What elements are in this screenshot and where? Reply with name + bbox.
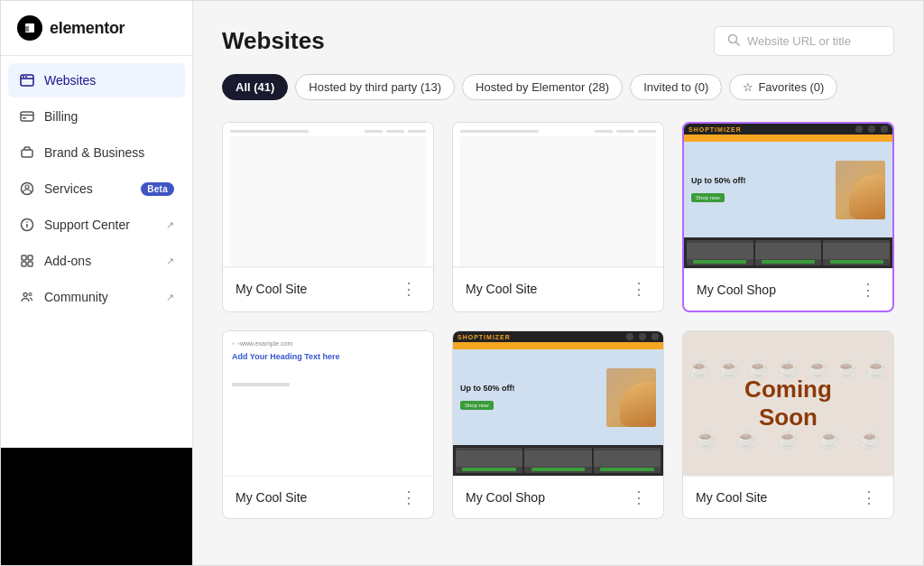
main-header: Websites Website URL or title: [222, 26, 894, 56]
star-icon: ☆: [743, 80, 753, 94]
site-preview-1: [223, 123, 433, 267]
site-preview-4: www.example.com Add Your Heading Text he…: [223, 331, 433, 476]
svg-rect-2: [25, 29, 29, 30]
svg-rect-1: [25, 27, 29, 28]
more-button-1[interactable]: ⋮: [397, 279, 420, 299]
site-name-3: My Cool Shop: [697, 283, 776, 297]
browser-icon: [19, 72, 35, 88]
filter-elementor[interactable]: Hosted by Elementor (28): [462, 74, 623, 100]
filter-tabs: All (41) Hosted by third party (13) Host…: [222, 74, 894, 100]
svg-rect-19: [22, 262, 26, 266]
more-button-6[interactable]: ⋮: [857, 487, 881, 507]
svg-rect-11: [22, 150, 32, 157]
briefcase-icon: [19, 144, 35, 161]
svg-rect-3: [25, 31, 29, 32]
logo: elementor: [1, 1, 192, 56]
sites-grid: My Cool Site ⋮: [222, 122, 894, 519]
site-preview-5: SHOPTIMIZER Up to 50% off! Shop now: [453, 331, 663, 476]
site-card-1[interactable]: My Cool Site ⋮: [222, 122, 434, 312]
sidebar-item-community-label: Community: [44, 290, 108, 304]
person-circle-icon: [19, 181, 35, 197]
credit-card-icon: [19, 108, 35, 125]
site-name-6: My Cool Site: [696, 490, 767, 505]
svg-rect-10: [23, 117, 26, 119]
sidebar-item-addons[interactable]: Add-ons ↗: [8, 244, 185, 278]
grid-icon: [19, 253, 35, 269]
site-card-footer-2: My Cool Site ⋮: [453, 267, 663, 310]
site-name-5: My Cool Shop: [466, 490, 545, 505]
svg-rect-20: [28, 262, 32, 266]
svg-point-21: [23, 293, 27, 297]
sidebar-item-services[interactable]: Services Beta: [8, 172, 185, 206]
sidebar-item-billing-label: Billing: [44, 109, 78, 124]
site-preview-6: ☕ ☕ ☕ ☕ ☕ ☕ ☕ ☕ ☕ ☕ ☕ ☕ ComingSoon: [683, 331, 893, 476]
site-card-footer-6: My Cool Site ⋮: [683, 476, 893, 518]
sidebar-item-addons-label: Add-ons: [44, 254, 91, 268]
site-card-3[interactable]: SHOPTIMIZER Up to 50% off! Shop n: [682, 122, 894, 312]
svg-line-24: [736, 42, 740, 46]
svg-point-22: [29, 293, 32, 296]
more-button-2[interactable]: ⋮: [627, 279, 651, 299]
sidebar: elementor Websites: [1, 1, 193, 565]
site-card-footer-1: My Cool Site ⋮: [223, 267, 433, 310]
more-button-3[interactable]: ⋮: [856, 280, 880, 300]
svg-rect-17: [22, 255, 26, 260]
site-card-6[interactable]: ☕ ☕ ☕ ☕ ☕ ☕ ☕ ☕ ☕ ☕ ☕ ☕ ComingSoon My Co…: [682, 330, 894, 519]
svg-rect-8: [21, 112, 33, 121]
logo-text: elementor: [50, 19, 125, 38]
sidebar-bottom-promo: [1, 448, 192, 565]
main-content: Websites Website URL or title All (41) H…: [193, 1, 923, 565]
info-circle-icon: [19, 217, 35, 233]
filter-all[interactable]: All (41): [222, 74, 288, 100]
search-icon: [727, 33, 740, 49]
site-name-4: My Cool Site: [236, 490, 307, 505]
filter-third-party[interactable]: Hosted by third party (13): [295, 74, 455, 100]
site-card-2[interactable]: My Cool Site ⋮: [452, 122, 664, 312]
sidebar-item-brand[interactable]: Brand & Business: [8, 135, 185, 170]
sidebar-item-services-label: Services: [44, 181, 93, 196]
filter-favorites[interactable]: ☆ Favorites (0): [729, 74, 837, 100]
sidebar-item-support[interactable]: Support Center ↗: [8, 208, 185, 242]
more-button-5[interactable]: ⋮: [627, 487, 651, 507]
site-card-footer-3: My Cool Shop ⋮: [684, 268, 892, 311]
sidebar-item-billing[interactable]: Billing: [8, 99, 185, 134]
sidebar-item-websites-label: Websites: [44, 73, 96, 88]
sidebar-item-community[interactable]: Community ↗: [8, 280, 185, 314]
svg-point-6: [23, 76, 24, 78]
beta-badge: Beta: [141, 182, 174, 196]
logo-icon: [17, 15, 42, 41]
svg-point-16: [26, 221, 28, 223]
users-icon: [19, 289, 35, 305]
site-card-4[interactable]: www.example.com Add Your Heading Text he…: [222, 330, 434, 519]
sidebar-navigation: Websites Billing Brand & Business: [1, 63, 192, 314]
coming-soon-text: ComingSoon: [744, 376, 832, 431]
site-preview-2: [453, 123, 663, 267]
site-preview-3: SHOPTIMIZER Up to 50% off! Shop n: [684, 124, 892, 268]
site-name-1: My Cool Site: [236, 282, 307, 296]
sidebar-item-brand-label: Brand & Business: [44, 145, 144, 160]
page-title: Websites: [222, 27, 325, 55]
search-placeholder: Website URL or title: [747, 34, 851, 48]
svg-point-13: [25, 185, 29, 189]
sidebar-item-websites[interactable]: Websites: [8, 63, 185, 97]
site-name-2: My Cool Site: [466, 282, 537, 296]
external-link-icon-3: ↗: [166, 292, 174, 303]
filter-invited[interactable]: Invited to (0): [630, 74, 722, 100]
svg-rect-18: [28, 255, 32, 260]
more-button-4[interactable]: ⋮: [397, 487, 420, 507]
site-card-footer-5: My Cool Shop ⋮: [453, 476, 663, 518]
svg-point-7: [25, 76, 27, 78]
site-card-5[interactable]: SHOPTIMIZER Up to 50% off! Shop now: [452, 330, 664, 519]
sidebar-item-support-label: Support Center: [44, 218, 130, 232]
external-link-icon: ↗: [166, 219, 174, 231]
site-card-footer-4: My Cool Site ⋮: [223, 476, 433, 518]
external-link-icon-2: ↗: [166, 255, 174, 267]
search-box[interactable]: Website URL or title: [714, 26, 894, 56]
